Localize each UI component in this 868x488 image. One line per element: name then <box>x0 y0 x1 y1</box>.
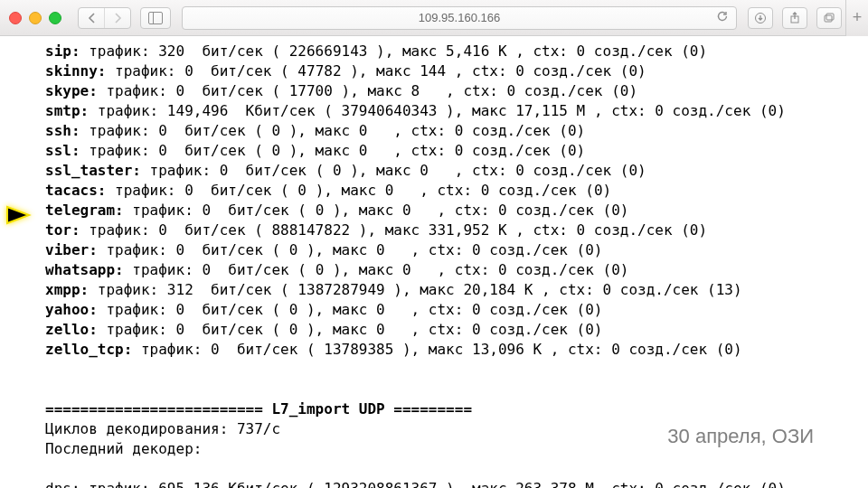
forward-button[interactable] <box>104 8 130 28</box>
back-button[interactable] <box>79 8 104 28</box>
address-bar[interactable]: 109.95.160.166 <box>182 6 737 30</box>
section-separator: ========================= L7_import UDP … <box>45 399 868 419</box>
stat-row: viber: трафик: 0 бит/сек ( 0 ), макс 0 ,… <box>45 240 868 260</box>
stat-row: whatsapp: трафик: 0 бит/сек ( 0 ), макс … <box>45 260 868 280</box>
window-controls <box>9 12 61 24</box>
titlebar: 109.95.160.166 + <box>0 0 868 36</box>
pointer-marker-icon <box>4 203 36 230</box>
close-icon[interactable] <box>9 12 22 24</box>
page-content: sip: трафик: 320 бит/сек ( 226669143 ), … <box>0 36 868 488</box>
share-button[interactable] <box>782 7 807 29</box>
stat-row: smtp: трафик: 149,496 Кбит/сек ( 3794064… <box>45 101 868 121</box>
stat-row: skinny: трафик: 0 бит/сек ( 47782 ), мак… <box>45 61 868 81</box>
caption-label: 30 апреля, ОЗИ <box>667 425 814 448</box>
svg-rect-2 <box>825 15 832 22</box>
stat-row: yahoo: трафик: 0 бит/сек ( 0 ), макс 0 ,… <box>45 300 868 320</box>
stat-row: tor: трафик: 0 бит/сек ( 888147822 ), ма… <box>45 221 868 240</box>
downloads-button[interactable] <box>748 7 773 29</box>
tabs-button[interactable] <box>816 7 842 29</box>
sidebar-toggle[interactable] <box>140 7 171 29</box>
minimize-icon[interactable] <box>29 12 42 24</box>
stat-row: telegram: трафик: 0 бит/сек ( 0 ), макс … <box>45 201 868 221</box>
stat-row: tacacs: трафик: 0 бит/сек ( 0 ), макс 0 … <box>45 181 868 201</box>
svg-rect-3 <box>826 14 834 20</box>
stat-row: ssl: трафик: 0 бит/сек ( 0 ), макс 0 , c… <box>45 141 868 161</box>
toolbar-right <box>748 7 842 29</box>
reload-icon[interactable] <box>716 10 729 25</box>
nav-group <box>78 7 131 29</box>
stat-row: ssl_taster: трафик: 0 бит/сек ( 0 ), мак… <box>45 161 868 181</box>
stat-row: xmpp: трафик: 312 бит/сек ( 1387287949 )… <box>45 280 868 300</box>
stat-row: zello_tcp: трафик: 0 бит/сек ( 13789385 … <box>45 340 868 360</box>
zoom-icon[interactable] <box>49 12 61 24</box>
stat-row: sip: трафик: 320 бит/сек ( 226669143 ), … <box>45 42 868 61</box>
sidebar-icon <box>148 12 163 24</box>
stat-row: ssh: трафик: 0 бит/сек ( 0 ), макс 0 , c… <box>45 121 868 141</box>
stat-row: skype: трафик: 0 бит/сек ( 17700 ), макс… <box>45 81 868 101</box>
stat-row-partial: dns: трафик: 695,136 Кбит/сек ( 12932088… <box>45 479 868 488</box>
stat-row: zello: трафик: 0 бит/сек ( 0 ), макс 0 ,… <box>45 320 868 340</box>
url-text: 109.95.160.166 <box>419 11 500 24</box>
svg-marker-4 <box>7 207 29 223</box>
new-tab-button[interactable]: + <box>845 0 868 36</box>
